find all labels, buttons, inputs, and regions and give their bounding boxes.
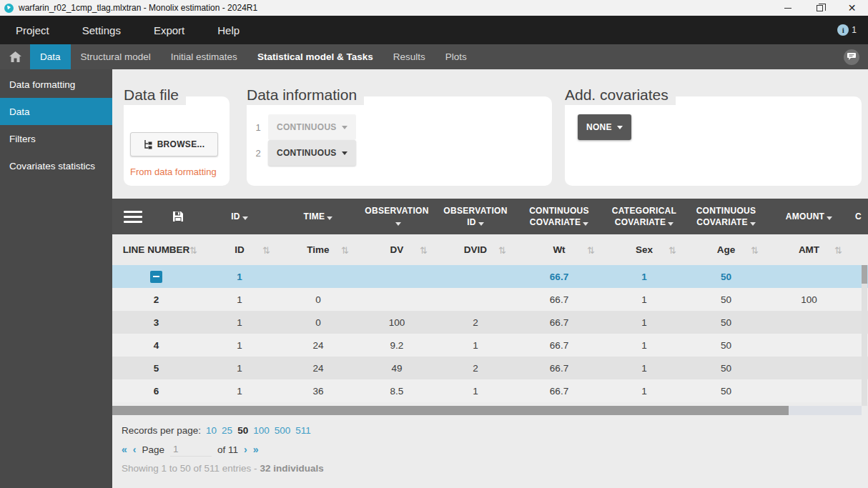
prev-page-button[interactable]: ‹	[133, 444, 137, 455]
minimize-button[interactable]	[771, 0, 804, 16]
column-header-amt[interactable]: AMT⇅	[767, 244, 851, 255]
records-option-511[interactable]: 511	[295, 425, 311, 436]
chevron-down-icon	[750, 222, 756, 226]
notification-count: 1	[852, 25, 857, 35]
sort-icon[interactable]: ⇅	[751, 244, 759, 255]
type-header-categorical-covariate[interactable]: CATEGORICAL COVARIATE	[603, 205, 685, 228]
sidebar-item-covariates-statistics[interactable]: Covariates statistics	[0, 152, 112, 179]
type-header-amount[interactable]: AMOUNT	[767, 211, 851, 222]
type-header-id[interactable]: ID	[200, 211, 279, 222]
browse-button-label: BROWSE...	[157, 139, 205, 149]
first-page-button[interactable]: «	[122, 444, 127, 455]
table-row[interactable]: 3 101002 66.7150	[112, 311, 868, 334]
header-line-index-2: 2	[255, 148, 261, 159]
menu-project[interactable]: Project	[16, 24, 49, 36]
feedback-chat-button[interactable]	[844, 49, 859, 65]
column-header-line-number[interactable]: LINE NUMBER⇅	[112, 244, 200, 255]
table-row[interactable]: 1 66.7150	[112, 265, 868, 288]
data-information-panel: Data information 1 CONTINUOUS 2 CONTINUO…	[247, 96, 552, 186]
table-row[interactable]: 4 1249.21 66.7150	[112, 334, 868, 357]
menu-settings[interactable]: Settings	[82, 24, 121, 36]
tab-results[interactable]: Results	[383, 44, 435, 69]
save-icon[interactable]	[172, 211, 184, 222]
home-button[interactable]	[0, 51, 30, 62]
tab-data[interactable]: Data	[30, 44, 71, 69]
column-header-wt[interactable]: Wt⇅	[515, 244, 603, 255]
next-page-button[interactable]: ›	[244, 444, 247, 455]
column-header-row: LINE NUMBER⇅ ID⇅ Time⇅ DV⇅ DVID⇅ Wt⇅ Sex…	[112, 234, 868, 265]
chevron-down-icon	[327, 216, 332, 220]
sidebar-item-data-formatting[interactable]: Data formatting	[0, 71, 112, 98]
sort-icon[interactable]: ⇅	[420, 244, 428, 255]
chevron-down-icon	[617, 126, 623, 129]
table-row[interactable]: 2 10 66.7150100	[112, 288, 868, 311]
column-header-dv[interactable]: DV⇅	[357, 244, 436, 255]
tab-initial-estimates[interactable]: Initial estimates	[161, 44, 247, 69]
tab-plots[interactable]: Plots	[435, 44, 477, 69]
sort-icon[interactable]: ⇅	[498, 244, 506, 255]
tab-structural-model[interactable]: Structural model	[71, 44, 161, 69]
from-data-formatting-link[interactable]: From data formatting	[130, 166, 217, 177]
type-header-continuous-covariate-1[interactable]: CONTINUOUS COVARIATE	[515, 205, 603, 228]
type-header-time[interactable]: TIME	[279, 211, 357, 222]
sidebar-item-data[interactable]: Data	[0, 98, 112, 125]
collapse-individual-button[interactable]	[150, 271, 162, 283]
entries-summary: Showing 1 to 50 of 511 entries - 32 indi…	[122, 463, 324, 474]
sort-icon[interactable]: ⇅	[341, 244, 349, 255]
page-count-label: of 11	[217, 444, 238, 455]
tab-statistical-model-tasks[interactable]: Statistical model & Tasks	[247, 44, 383, 69]
sort-icon[interactable]: ⇅	[262, 244, 270, 255]
close-button[interactable]: ✕	[836, 0, 868, 16]
table-row[interactable]: 5 124492 66.7150	[112, 357, 868, 379]
records-option-100[interactable]: 100	[253, 425, 270, 436]
horizontal-scrollbar[interactable]	[112, 406, 862, 415]
records-option-10[interactable]: 10	[206, 425, 217, 436]
content-area: Data file BROWSE... From data formatting…	[112, 69, 868, 488]
tab-bar: Data Structural model Initial estimates …	[0, 44, 868, 69]
add-covariates-panel: Add. covariates NONE	[565, 96, 862, 186]
column-header-sex[interactable]: Sex⇅	[603, 244, 685, 255]
records-option-500[interactable]: 500	[275, 425, 291, 436]
sort-icon[interactable]: ⇅	[189, 244, 197, 255]
page-number-input[interactable]	[170, 442, 212, 457]
info-icon: i	[837, 24, 849, 36]
header-type-dropdown-1[interactable]: CONTINUOUS	[268, 114, 356, 140]
header-type-value-1: CONTINUOUS	[277, 122, 337, 132]
records-option-50[interactable]: 50	[237, 425, 248, 436]
window-title: warfarin_r02_1cmp_tlag.mlxtran - Monolix…	[19, 3, 257, 13]
records-option-25[interactable]: 25	[222, 425, 232, 436]
horizontal-scrollbar-thumb[interactable]	[112, 406, 789, 415]
table-row[interactable]: 6 1368.51 66.7150	[112, 379, 868, 402]
vertical-scrollbar[interactable]	[862, 265, 867, 406]
table-menu-button[interactable]	[124, 211, 142, 223]
vertical-scrollbar-thumb[interactable]	[862, 265, 867, 284]
column-header-time[interactable]: Time⇅	[279, 244, 357, 255]
type-header-cut[interactable]: C	[851, 211, 868, 222]
last-page-button[interactable]: »	[253, 444, 259, 455]
header-line-index-1: 1	[255, 122, 261, 133]
chevron-down-icon	[395, 222, 401, 226]
type-header-observation-id[interactable]: OBSERVATION ID	[436, 205, 515, 228]
column-header-id[interactable]: ID⇅	[200, 244, 279, 255]
chevron-down-icon	[242, 216, 248, 220]
sort-icon[interactable]: ⇅	[834, 244, 842, 255]
sort-icon[interactable]: ⇅	[669, 244, 676, 255]
restore-button[interactable]	[804, 0, 836, 16]
individuals-count: 32 individuals	[260, 463, 323, 474]
menu-export[interactable]: Export	[154, 24, 184, 36]
window-titlebar: warfarin_r02_1cmp_tlag.mlxtran - Monolix…	[0, 0, 868, 16]
sort-icon[interactable]: ⇅	[587, 244, 595, 255]
home-icon	[9, 51, 21, 62]
add-covariates-dropdown[interactable]: NONE	[578, 114, 631, 140]
menu-help[interactable]: Help	[217, 24, 240, 36]
restore-icon	[817, 5, 823, 11]
notification-area[interactable]: i 1	[837, 24, 857, 36]
chat-bubble-icon	[847, 53, 856, 61]
header-type-dropdown-2[interactable]: CONTINUOUS	[268, 140, 356, 166]
type-header-observation[interactable]: OBSERVATION	[357, 205, 436, 228]
sidebar-item-filters[interactable]: Filters	[0, 125, 112, 152]
type-header-continuous-covariate-2[interactable]: CONTINUOUS COVARIATE	[685, 205, 767, 228]
browse-button[interactable]: BROWSE...	[130, 132, 218, 156]
column-header-age[interactable]: Age⇅	[685, 244, 767, 255]
column-header-dvid[interactable]: DVID⇅	[436, 244, 515, 255]
